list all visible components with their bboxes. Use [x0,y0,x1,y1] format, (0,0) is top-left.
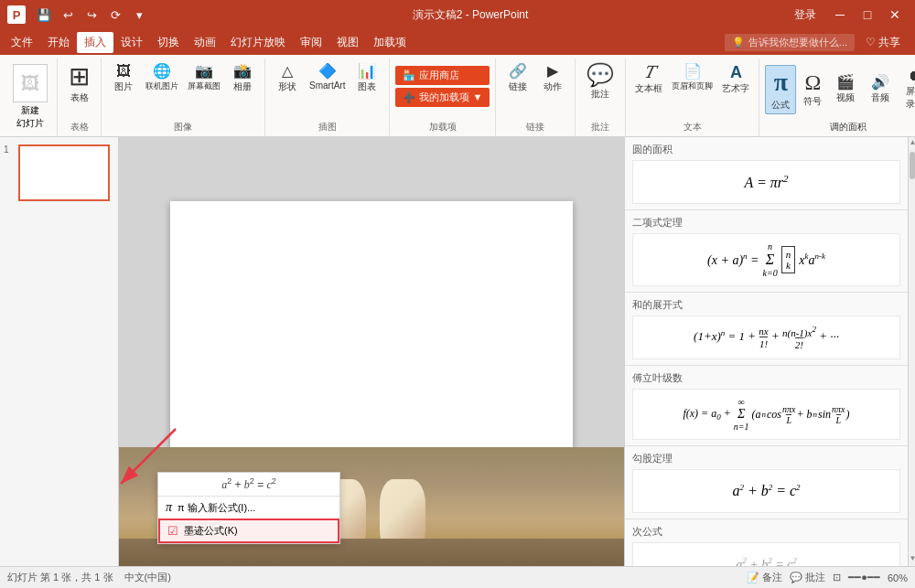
zoom-level: 60% [888,572,908,583]
new-slide-btn[interactable]: 🖼 新建 幻灯片 [9,62,51,132]
ribbon-group-table-label: 表格 [70,121,89,136]
undo-btn[interactable]: ↩ [57,5,79,25]
link-btn[interactable]: 🔗 链接 [501,62,534,95]
smartart-btn[interactable]: 🔷 SmartArt [306,62,349,92]
formula-section-pythagorean: 勾股定理 a2 + b2 = c2 [625,446,908,519]
slide-panel: 1 [0,137,119,566]
zoom-slider[interactable]: ━━●━━ [848,572,880,583]
window-title: 演示文稿2 - PowerPoint [157,7,783,23]
ribbon-group-comment: 💬 批注 批注 [576,59,626,136]
share-btn[interactable]: ♡共享 [855,35,911,50]
action-btn[interactable]: ▶ 动作 [536,62,569,95]
menu-animations[interactable]: 动画 [187,32,223,53]
formula-display-next[interactable]: a2 + b2 = c2 [632,542,900,566]
art-text-btn[interactable]: A 艺术字 [718,62,753,97]
video-btn[interactable]: 🎬 视频 [829,73,862,106]
svg-line-1 [121,429,176,484]
menu-transitions[interactable]: 切换 [150,32,187,53]
ribbon-group-image-label: 图像 [174,121,192,136]
formula-panel-scrollbar[interactable]: ▲ ▼ [908,137,915,566]
formula-title-pythagorean: 勾股定理 [632,452,900,465]
search-text: 告诉我你想要做什么... [748,36,847,49]
ribbon-group-table: ⊞ 表格 表格 [58,59,102,136]
ribbon-group-formula-label: 调的面积 [830,121,867,136]
ribbon-group-image: 🖼 图片 🌐 联机图片 📷 屏幕截图 📸 相册 图像 [102,59,265,136]
menu-review[interactable]: 审阅 [293,32,329,53]
menu-insert[interactable]: 插入 [77,32,113,53]
red-arrow-indicator [119,420,212,493]
menu-addins[interactable]: 加载项 [366,32,414,53]
search-bar[interactable]: 💡 告诉我你想要做什么... [725,34,855,51]
formula-display-expansion[interactable]: (1+x)n = 1 + nx 1! + n(n-1)x2 2! + ··· [632,315,900,359]
close-btn[interactable]: ✕ [882,5,908,25]
refresh-btn[interactable]: ⟳ [104,5,126,25]
slide-thumb-1[interactable]: 1 [4,144,114,201]
input-formula-btn[interactable]: π π 输入新公式(I)... [158,497,339,519]
comments-btn[interactable]: 💬 批注 [790,571,825,584]
comment-btn[interactable]: 💬 批注 [581,62,619,102]
textbox-btn[interactable]: 𝑇 文本框 [631,62,666,97]
ribbon-group-text-label: 文本 [684,121,702,136]
ribbon-group-comment-label: 批注 [591,121,609,136]
restore-btn[interactable]: □ [855,5,880,25]
symbol-btn[interactable]: Ω 符号 [798,69,827,110]
album-btn[interactable]: 📸 相册 [226,62,259,95]
status-bar: 幻灯片 第 1 张，共 1 张 中文(中国) 📝 备注 💬 批注 ⊡ ━━●━━… [0,566,915,588]
formula-panel: 圆的面积 A = πr2 二项式定理 (x + a)n = n Σ k=0 n [624,137,908,566]
minimize-btn[interactable]: ─ [827,5,853,25]
chart-btn[interactable]: 📊 图表 [350,62,383,95]
app-store-btn[interactable]: 🏪应用商店 [395,66,490,85]
formula-title-fourier: 傅立叶级数 [632,371,900,385]
ribbon-group-slides: 🖼 新建 幻灯片 幻灯片 [4,59,58,136]
language-indicator[interactable]: 中文(中国) [124,571,171,584]
header-footer-btn[interactable]: 📄 页眉和页脚 [668,62,716,94]
menu-bar: 文件 开始 插入 设计 切换 动画 幻灯片放映 审阅 视图 加载项 💡 告诉我你… [0,29,915,55]
table-btn[interactable]: ⊞ 表格 [63,62,95,106]
ribbon-group-illustration-label: 插图 [318,121,337,136]
formula-title-circle: 圆的面积 [632,143,900,156]
notes-btn[interactable]: 📝 备注 [747,571,782,584]
ribbon-group-text: 𝑇 文本框 📄 页眉和页脚 A 艺术字 文本 [626,59,759,136]
image-btn[interactable]: 🖼 图片 [107,62,140,95]
formula-display-binomial[interactable]: (x + a)n = n Σ k=0 n k xkan-k [632,233,900,286]
redo-btn[interactable]: ↪ [81,5,102,25]
screenshot-btn[interactable]: 📷 屏幕截图 [184,62,224,94]
input-formula-label: π 输入新公式(I)... [178,501,255,515]
formula-section-circle: 圆的面积 A = πr2 [625,137,908,210]
ribbon-group-link: 🔗 链接 ▶ 动作 链接 [496,59,576,136]
ribbon-group-formula: π 公式 Ω 符号 🎬 视频 🔊 音频 ⏺ 屏幕 录制 调的面积 [759,59,915,136]
slide-info: 幻灯片 第 1 张，共 1 张 [7,571,113,584]
audio-btn[interactable]: 🔊 音频 [864,73,897,106]
ribbon-group-illustration: △ 形状 🔷 SmartArt 📊 图表 插图 [265,59,390,136]
ink-formula-btn[interactable]: ☑ 墨迹公式(K) [158,519,339,543]
my-addins-btn[interactable]: ➕我的加载项 ▼ [395,88,490,107]
menu-file[interactable]: 文件 [4,32,40,53]
formula-title-binomial: 二项式定理 [632,216,900,230]
customize-btn[interactable]: ▾ [128,5,150,25]
login-btn[interactable]: 登录 [783,7,827,23]
scrollbar-thumb[interactable] [910,152,915,179]
formula-title-expansion: 和的展开式 [632,298,900,312]
fit-btn[interactable]: ⊡ [833,572,841,583]
formula-section-next: 次公式 a2 + b2 = c2 [625,519,908,566]
formula-display-circle[interactable]: A = πr2 [632,160,900,204]
formula-section-expansion: 和的展开式 (1+x)n = 1 + nx 1! + n(n-1)x2 2! +… [625,293,908,366]
screen-record-btn[interactable]: ⏺ 屏幕 录制 [899,67,915,112]
formula-display-fourier[interactable]: f(x) = a0 + ∞ Σ n=1 (ancos nπx L + bnsin [632,389,900,440]
slide-thumbnail[interactable] [18,144,110,201]
formula-btn[interactable]: π 公式 [765,65,796,114]
slide-number: 1 [4,144,15,155]
main-area: 1 [0,137,915,566]
formula-section-binomial: 二项式定理 (x + a)n = n Σ k=0 n k xkan-k [625,210,908,293]
shapes-btn[interactable]: △ 形状 [271,62,304,95]
menu-view[interactable]: 视图 [329,32,366,53]
menu-design[interactable]: 设计 [113,32,150,53]
ribbon: 🖼 新建 幻灯片 幻灯片 ⊞ 表格 表格 🖼 图片 🌐 联机图片 [0,55,915,137]
online-image-btn[interactable]: 🌐 联机图片 [142,62,182,94]
ribbon-group-addins-label: 加载项 [429,121,457,136]
formula-display-pythagorean[interactable]: a2 + b2 = c2 [632,469,900,513]
quick-save-btn[interactable]: 💾 [33,5,55,25]
formula-title-next: 次公式 [632,525,900,539]
menu-home[interactable]: 开始 [40,32,77,53]
menu-slideshow[interactable]: 幻灯片放映 [223,32,293,53]
